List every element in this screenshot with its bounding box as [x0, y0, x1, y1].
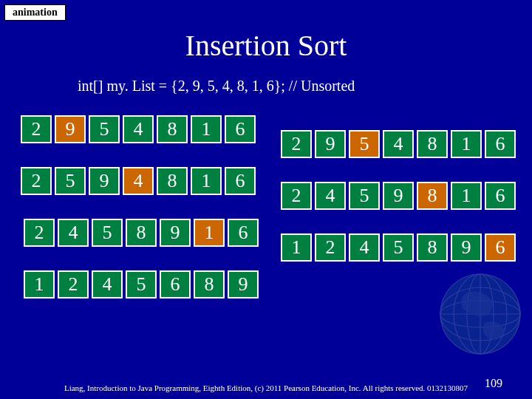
array-right-3: 1245896: [281, 233, 516, 262]
array-cell: 6: [225, 115, 256, 143]
array-cell: 4: [123, 167, 154, 195]
array-cell: 2: [281, 182, 312, 210]
array-cell: 1: [191, 115, 222, 143]
array-cell: 1: [451, 130, 482, 158]
array-cell: 9: [315, 130, 346, 158]
array-cell: 5: [126, 270, 157, 299]
array-cell: 5: [92, 219, 123, 247]
array-cell: 5: [383, 233, 414, 262]
array-cell: 4: [383, 130, 414, 158]
animation-badge: animation: [4, 4, 66, 21]
array-cell: 2: [58, 270, 89, 299]
array-cell: 9: [160, 219, 191, 247]
array-cell: 6: [160, 270, 191, 299]
code-line: int[] my. List = {2, 9, 5, 4, 8, 1, 6}; …: [78, 78, 532, 95]
globe-icon: [436, 270, 525, 358]
array-left-3: 2458916: [24, 219, 259, 247]
array-cell: 2: [24, 219, 55, 247]
array-cell: 8: [157, 115, 188, 143]
array-cell: 6: [485, 233, 516, 262]
slide-title: Insertion Sort: [0, 28, 532, 63]
array-cell: 6: [485, 182, 516, 210]
array-cell: 9: [55, 115, 86, 143]
array-cell: 8: [417, 182, 448, 210]
array-cell: 8: [417, 233, 448, 262]
array-cell: 8: [194, 270, 225, 299]
array-cell: 2: [21, 167, 52, 195]
array-cell: 1: [451, 182, 482, 210]
array-cell: 9: [228, 270, 259, 299]
array-cell: 6: [225, 167, 256, 195]
array-left-2: 2594816: [21, 167, 256, 195]
array-cell: 4: [123, 115, 154, 143]
array-cell: 5: [349, 182, 380, 210]
array-right-2: 2459816: [281, 182, 516, 210]
array-cell: 1: [281, 233, 312, 262]
array-cell: 8: [126, 219, 157, 247]
footer-citation: Liang, Introduction to Java Programming,…: [0, 383, 532, 393]
array-right-1: 2954816: [281, 130, 516, 158]
array-cell: 4: [58, 219, 89, 247]
array-left-1: 2954816: [21, 115, 256, 143]
array-cell: 2: [281, 130, 312, 158]
array-cell: 6: [228, 219, 259, 247]
array-cell: 1: [191, 167, 222, 195]
array-cell: 1: [24, 270, 55, 299]
array-cell: 5: [89, 115, 120, 143]
array-cell: 1: [194, 219, 225, 247]
array-cell: 9: [451, 233, 482, 262]
array-cell: 2: [21, 115, 52, 143]
array-cell: 4: [92, 270, 123, 299]
array-cell: 2: [315, 233, 346, 262]
array-cell: 9: [383, 182, 414, 210]
array-cell: 5: [55, 167, 86, 195]
array-cell: 8: [157, 167, 188, 195]
page-number: 109: [485, 377, 502, 390]
array-cell: 5: [349, 130, 380, 158]
array-cell: 8: [417, 130, 448, 158]
array-cell: 6: [485, 130, 516, 158]
array-cell: 9: [89, 167, 120, 195]
array-left-4: 1245689: [24, 270, 259, 299]
array-cell: 4: [315, 182, 346, 210]
array-cell: 4: [349, 233, 380, 262]
